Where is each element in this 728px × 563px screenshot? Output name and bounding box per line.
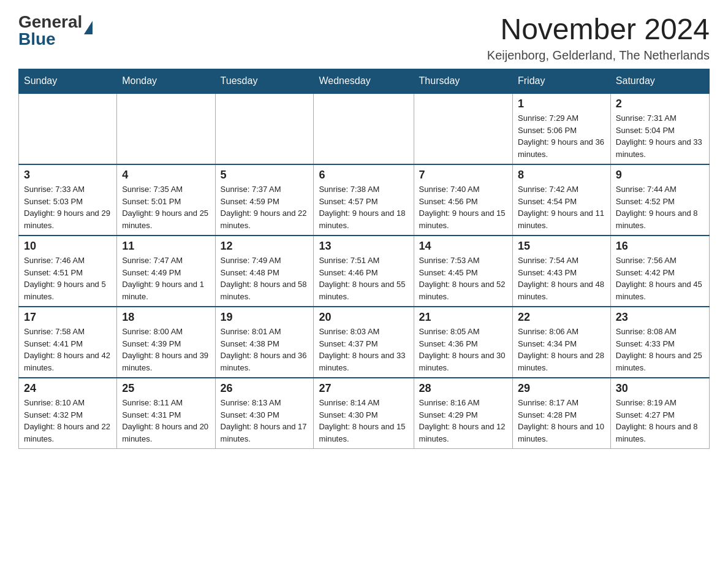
day-info: Sunrise: 7:44 AMSunset: 4:52 PMDaylight:… — [616, 185, 698, 230]
day-number: 3 — [24, 169, 112, 182]
calendar-cell: 29Sunrise: 8:17 AMSunset: 4:28 PMDayligh… — [513, 378, 611, 449]
calendar-cell: 4Sunrise: 7:35 AMSunset: 5:01 PMDaylight… — [117, 164, 215, 236]
day-number: 24 — [24, 382, 112, 395]
day-number: 16 — [616, 240, 704, 253]
day-info: Sunrise: 7:37 AMSunset: 4:59 PMDaylight:… — [221, 185, 307, 230]
calendar-cell: 25Sunrise: 8:11 AMSunset: 4:31 PMDayligh… — [117, 378, 215, 449]
calendar-cell — [414, 93, 512, 164]
calendar-cell — [314, 93, 414, 164]
day-number: 27 — [319, 382, 408, 395]
calendar-cell: 27Sunrise: 8:14 AMSunset: 4:30 PMDayligh… — [314, 378, 414, 449]
day-number: 11 — [122, 240, 210, 253]
day-number: 9 — [616, 169, 704, 182]
calendar-week-row: 24Sunrise: 8:10 AMSunset: 4:32 PMDayligh… — [19, 378, 710, 449]
day-info: Sunrise: 7:42 AMSunset: 4:54 PMDaylight:… — [518, 185, 604, 230]
day-info: Sunrise: 7:47 AMSunset: 4:49 PMDaylight:… — [122, 256, 204, 301]
calendar-week-row: 1Sunrise: 7:29 AMSunset: 5:06 PMDaylight… — [19, 93, 710, 164]
calendar-cell: 9Sunrise: 7:44 AMSunset: 4:52 PMDaylight… — [610, 164, 709, 236]
day-info: Sunrise: 8:19 AMSunset: 4:27 PMDaylight:… — [616, 398, 698, 443]
day-info: Sunrise: 8:08 AMSunset: 4:33 PMDaylight:… — [616, 327, 702, 372]
day-number: 20 — [319, 311, 408, 324]
calendar-cell: 11Sunrise: 7:47 AMSunset: 4:49 PMDayligh… — [117, 236, 215, 307]
calendar-cell: 28Sunrise: 8:16 AMSunset: 4:29 PMDayligh… — [414, 378, 512, 449]
day-number: 22 — [518, 311, 605, 324]
calendar-cell: 15Sunrise: 7:54 AMSunset: 4:43 PMDayligh… — [513, 236, 611, 307]
calendar-cell: 5Sunrise: 7:37 AMSunset: 4:59 PMDaylight… — [215, 164, 314, 236]
calendar-cell: 6Sunrise: 7:38 AMSunset: 4:57 PMDaylight… — [314, 164, 414, 236]
day-of-week-header: Friday — [513, 69, 611, 94]
calendar-table: SundayMondayTuesdayWednesdayThursdayFrid… — [18, 69, 710, 449]
calendar-cell: 12Sunrise: 7:49 AMSunset: 4:48 PMDayligh… — [215, 236, 314, 307]
day-number: 17 — [24, 311, 112, 324]
day-info: Sunrise: 8:13 AMSunset: 4:30 PMDaylight:… — [221, 398, 307, 443]
day-number: 19 — [221, 311, 309, 324]
day-of-week-header: Sunday — [19, 69, 117, 94]
day-number: 14 — [419, 240, 507, 253]
day-info: Sunrise: 8:16 AMSunset: 4:29 PMDaylight:… — [419, 398, 506, 443]
day-info: Sunrise: 7:29 AMSunset: 5:06 PMDaylight:… — [518, 113, 604, 159]
calendar-header-row: SundayMondayTuesdayWednesdayThursdayFrid… — [19, 69, 710, 94]
logo-blue-text: Blue — [18, 29, 93, 49]
calendar-cell: 14Sunrise: 7:53 AMSunset: 4:45 PMDayligh… — [414, 236, 512, 307]
day-info: Sunrise: 7:54 AMSunset: 4:43 PMDaylight:… — [518, 256, 604, 301]
day-info: Sunrise: 7:51 AMSunset: 4:46 PMDaylight:… — [319, 256, 405, 301]
day-info: Sunrise: 7:33 AMSunset: 5:03 PMDaylight:… — [24, 185, 110, 230]
day-info: Sunrise: 8:01 AMSunset: 4:38 PMDaylight:… — [221, 327, 307, 372]
calendar-week-row: 10Sunrise: 7:46 AMSunset: 4:51 PMDayligh… — [19, 236, 710, 307]
logo: General Blue — [18, 12, 93, 49]
day-info: Sunrise: 8:17 AMSunset: 4:28 PMDaylight:… — [518, 398, 604, 443]
day-info: Sunrise: 8:11 AMSunset: 4:31 PMDaylight:… — [122, 398, 208, 443]
calendar-cell: 21Sunrise: 8:05 AMSunset: 4:36 PMDayligh… — [414, 307, 512, 378]
month-title: November 2024 — [487, 12, 710, 46]
day-number: 13 — [319, 240, 408, 253]
day-of-week-header: Thursday — [414, 69, 512, 94]
day-info: Sunrise: 7:58 AMSunset: 4:41 PMDaylight:… — [24, 327, 110, 372]
day-number: 21 — [419, 311, 507, 324]
calendar-cell: 8Sunrise: 7:42 AMSunset: 4:54 PMDaylight… — [513, 164, 611, 236]
location-text: Keijenborg, Gelderland, The Netherlands — [487, 48, 710, 63]
day-info: Sunrise: 8:06 AMSunset: 4:34 PMDaylight:… — [518, 327, 604, 372]
day-number: 28 — [419, 382, 507, 395]
day-info: Sunrise: 7:31 AMSunset: 5:04 PMDaylight:… — [616, 113, 702, 159]
calendar-week-row: 3Sunrise: 7:33 AMSunset: 5:03 PMDaylight… — [19, 164, 710, 236]
day-info: Sunrise: 8:03 AMSunset: 4:37 PMDaylight:… — [319, 327, 405, 372]
day-info: Sunrise: 7:35 AMSunset: 5:01 PMDaylight:… — [122, 185, 208, 230]
page-header: General Blue November 2024 Keijenborg, G… — [18, 12, 710, 63]
calendar-cell: 22Sunrise: 8:06 AMSunset: 4:34 PMDayligh… — [513, 307, 611, 378]
day-number: 2 — [616, 98, 704, 110]
day-number: 10 — [24, 240, 112, 253]
day-number: 5 — [221, 169, 309, 182]
calendar-cell: 19Sunrise: 8:01 AMSunset: 4:38 PMDayligh… — [215, 307, 314, 378]
day-number: 1 — [518, 98, 605, 110]
day-info: Sunrise: 7:56 AMSunset: 4:42 PMDaylight:… — [616, 256, 702, 301]
calendar-cell: 2Sunrise: 7:31 AMSunset: 5:04 PMDaylight… — [610, 93, 709, 164]
day-info: Sunrise: 7:49 AMSunset: 4:48 PMDaylight:… — [221, 256, 307, 301]
day-number: 29 — [518, 382, 605, 395]
day-info: Sunrise: 7:40 AMSunset: 4:56 PMDaylight:… — [419, 185, 506, 230]
day-info: Sunrise: 8:10 AMSunset: 4:32 PMDaylight:… — [24, 398, 110, 443]
calendar-week-row: 17Sunrise: 7:58 AMSunset: 4:41 PMDayligh… — [19, 307, 710, 378]
day-number: 15 — [518, 240, 605, 253]
day-number: 4 — [122, 169, 210, 182]
day-number: 6 — [319, 169, 408, 182]
day-info: Sunrise: 8:05 AMSunset: 4:36 PMDaylight:… — [419, 327, 506, 372]
calendar-cell: 26Sunrise: 8:13 AMSunset: 4:30 PMDayligh… — [215, 378, 314, 449]
calendar-cell: 24Sunrise: 8:10 AMSunset: 4:32 PMDayligh… — [19, 378, 117, 449]
calendar-cell: 16Sunrise: 7:56 AMSunset: 4:42 PMDayligh… — [610, 236, 709, 307]
calendar-cell: 17Sunrise: 7:58 AMSunset: 4:41 PMDayligh… — [19, 307, 117, 378]
day-number: 7 — [419, 169, 507, 182]
calendar-cell: 3Sunrise: 7:33 AMSunset: 5:03 PMDaylight… — [19, 164, 117, 236]
calendar-cell: 20Sunrise: 8:03 AMSunset: 4:37 PMDayligh… — [314, 307, 414, 378]
day-info: Sunrise: 8:14 AMSunset: 4:30 PMDaylight:… — [319, 398, 405, 443]
calendar-cell — [19, 93, 117, 164]
day-number: 23 — [616, 311, 704, 324]
day-number: 18 — [122, 311, 210, 324]
day-info: Sunrise: 7:38 AMSunset: 4:57 PMDaylight:… — [319, 185, 405, 230]
day-of-week-header: Monday — [117, 69, 215, 94]
calendar-cell: 30Sunrise: 8:19 AMSunset: 4:27 PMDayligh… — [610, 378, 709, 449]
calendar-cell: 18Sunrise: 8:00 AMSunset: 4:39 PMDayligh… — [117, 307, 215, 378]
calendar-cell — [117, 93, 215, 164]
calendar-cell: 10Sunrise: 7:46 AMSunset: 4:51 PMDayligh… — [19, 236, 117, 307]
calendar-cell: 7Sunrise: 7:40 AMSunset: 4:56 PMDaylight… — [414, 164, 512, 236]
day-of-week-header: Wednesday — [314, 69, 414, 94]
